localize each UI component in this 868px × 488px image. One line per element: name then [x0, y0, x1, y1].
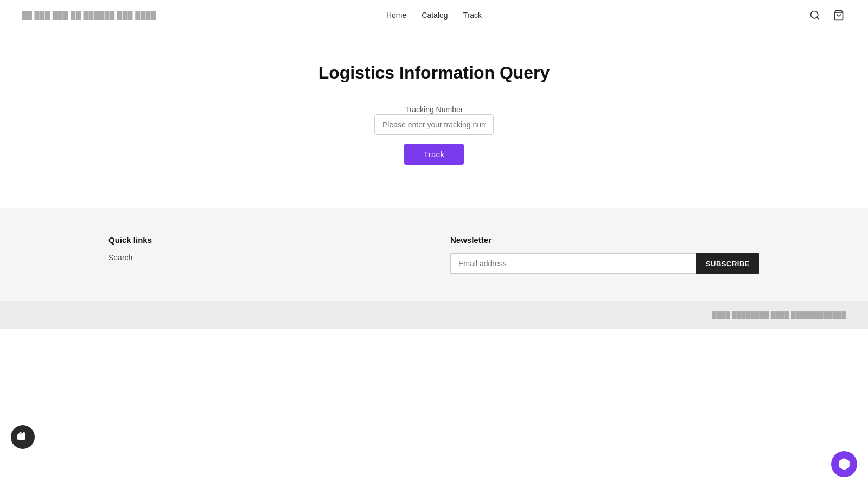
footer-main: Quick links Search Newsletter SUBSCRIBE [0, 208, 868, 301]
newsletter-form: SUBSCRIBE [450, 253, 760, 274]
header: ██ ███ ███ ██ ██████ ███ ████ Home Catal… [0, 0, 868, 30]
newsletter-section: Newsletter SUBSCRIBE [450, 235, 760, 274]
footer: Quick links Search Newsletter SUBSCRIBE … [0, 208, 868, 329]
svg-line-1 [817, 17, 819, 19]
quick-links-title: Quick links [108, 235, 418, 245]
quick-links-section: Quick links Search [108, 235, 418, 274]
main-content: Logistics Information Query Tracking Num… [0, 30, 868, 208]
header-actions [807, 8, 846, 23]
cart-button[interactable] [831, 8, 846, 23]
subscribe-button[interactable]: SUBSCRIBE [696, 253, 760, 274]
shopify-fab[interactable] [11, 425, 35, 449]
nav-catalog[interactable]: Catalog [422, 11, 448, 20]
search-link[interactable]: Search [108, 253, 418, 262]
package-icon [837, 457, 851, 471]
footer-bottom: ████ ████████ ████ ████████████ [0, 301, 868, 329]
search-icon [809, 10, 820, 21]
shopify-icon [16, 431, 29, 444]
nav-track[interactable]: Track [463, 11, 482, 20]
store-logo: ██ ███ ███ ██ ██████ ███ ████ [22, 11, 156, 19]
cart-icon [833, 10, 844, 21]
nav-home[interactable]: Home [386, 11, 406, 20]
search-button[interactable] [807, 8, 822, 23]
tracking-input[interactable] [374, 114, 494, 135]
page-title: Logistics Information Query [11, 63, 857, 83]
email-input[interactable] [450, 253, 696, 274]
tracking-label: Tracking Number [405, 105, 463, 114]
track-button[interactable]: Track [404, 144, 464, 165]
copyright-text: ████ ████████ ████ ████████████ [712, 311, 846, 319]
package-fab[interactable] [831, 451, 857, 477]
main-nav: Home Catalog Track [386, 11, 482, 20]
svg-point-0 [811, 11, 818, 18]
newsletter-title: Newsletter [450, 235, 760, 245]
